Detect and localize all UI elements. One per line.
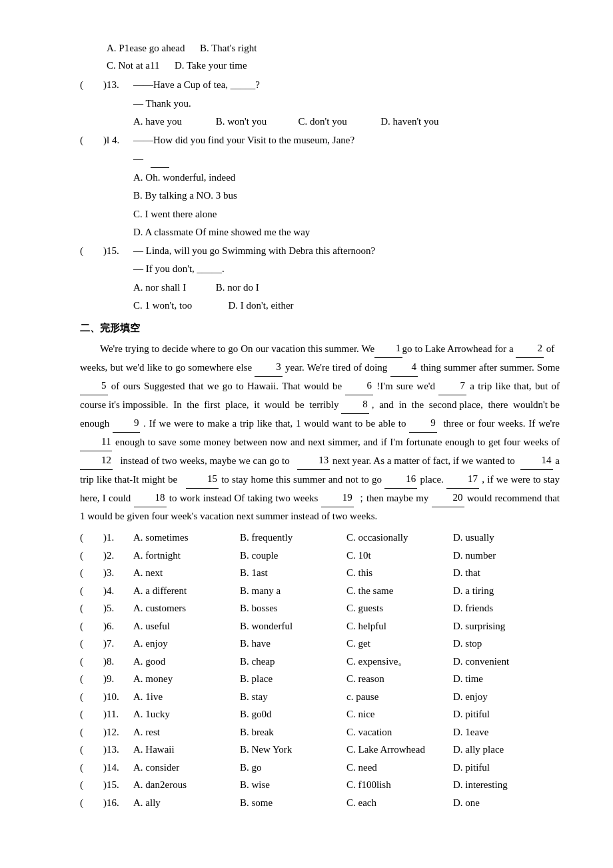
choice-5-opt-A: A. customers: [133, 600, 240, 617]
choice-7-opt-C: C. get: [346, 635, 453, 653]
choice-content-6: A. usefulB. wonderfulC. helpfulD. surpri…: [133, 618, 560, 635]
q14-dash: —: [133, 150, 560, 168]
choice-3-opt-D: D. that: [453, 565, 560, 582]
passage-text: We're trying to decide where to go On ou…: [80, 339, 560, 525]
choice-paren-12: ( )12.: [80, 724, 133, 741]
choice-1-opt-C: C. occasionally: [346, 529, 453, 547]
choice-7-opt-B: B. have: [240, 635, 346, 653]
choice-12-opt-D: D. 1eave: [453, 724, 560, 741]
choice-content-9: A. moneyB. placeC. reasonD. time: [133, 671, 560, 688]
choice-2-opt-B: B. couple: [240, 547, 346, 565]
choice-8-opt-B: B. cheap: [240, 653, 346, 671]
choice-6-opt-C: C. helpful: [346, 618, 453, 635]
q13-options: A. have you B. won't you C. don't you D.…: [133, 113, 560, 131]
choice-12-opt-B: B. break: [240, 724, 346, 741]
choice-14-opt-D: D. pitiful: [453, 759, 560, 777]
choice-4-opt-A: A. a different: [133, 583, 240, 600]
choice-15-opt-C: C. f100lish: [346, 777, 453, 794]
choices-container: ( )1.A. sometimesB. frequentlyC. occasio…: [80, 529, 560, 811]
choice-7-opt-D: D. stop: [453, 635, 560, 653]
choice-10-opt-D: D. enjoy: [453, 689, 560, 706]
choice-paren-14: ( )14.: [80, 759, 133, 777]
choice-9-opt-D: D. time: [453, 671, 560, 688]
choice-paren-1: ( )1.: [80, 529, 133, 547]
choice-8-opt-D: D. convenient: [453, 653, 560, 671]
choice-12-opt-C: C. vacation: [346, 724, 453, 741]
choice-10-opt-B: B. stay: [240, 689, 346, 706]
choice-7-opt-A: A. enjoy: [133, 635, 240, 653]
choice-11-opt-A: A. 1ucky: [133, 706, 240, 723]
choice-row-14: ( )14.A. considerB. goC. needD. pitiful: [80, 759, 560, 777]
choice-3-opt-A: A. next: [133, 565, 240, 582]
choice-3-opt-B: B. 1ast: [240, 565, 346, 582]
choice-row-13: ( )13.A. HawaiiB. New YorkC. Lake Arrowh…: [80, 741, 560, 759]
choice-paren-3: ( )3.: [80, 565, 133, 582]
question-15: ( )15. — Linda, will you go Swimming wit…: [80, 243, 560, 260]
choice-13-opt-B: B. New York: [240, 741, 346, 759]
choice-paren-4: ( )4.: [80, 583, 133, 600]
choice-16-opt-A: A. ally: [133, 795, 240, 812]
choice-11-opt-C: C. nice: [346, 706, 453, 723]
choice-row-5: ( )5.A. customersB. bossesC. guestsD. fr…: [80, 600, 560, 617]
choice-1-opt-D: D. usually: [453, 529, 560, 547]
choice-row-10: ( )10.A. 1iveB. stayc. pauseD. enjoy: [80, 689, 560, 706]
q15-answer: — If you don't, _____.: [133, 261, 560, 278]
question-14: ( )l 4. ——How did you find your Visit to…: [80, 132, 560, 149]
choice-6-opt-B: B. wonderful: [240, 618, 346, 635]
choice-row-4: ( )4.A. a differentB. many aC. the sameD…: [80, 583, 560, 600]
choice-10-opt-C: c. pause: [346, 689, 453, 706]
choice-paren-7: ( )7.: [80, 635, 133, 653]
choice-14-opt-B: B. go: [240, 759, 346, 777]
choice-content-10: A. 1iveB. stayc. pauseD. enjoy: [133, 689, 560, 706]
choice-12-opt-A: A. rest: [133, 724, 240, 741]
choice-9-opt-B: B. place: [240, 671, 346, 688]
choice-row-15: ( )15.A. dan2erousB. wiseC. f100lishD. i…: [80, 777, 560, 794]
q15-options-ab: A. nor shall I B. nor do I: [133, 279, 560, 297]
choice-5-opt-D: D. friends: [453, 600, 560, 617]
choice-paren-10: ( )10.: [80, 689, 133, 706]
choice-row-9: ( )9.A. moneyB. placeC. reasonD. time: [80, 671, 560, 688]
choice-content-13: A. HawaiiB. New YorkC. Lake ArrowheadD. …: [133, 741, 560, 759]
choice-13-opt-D: D. ally place: [453, 741, 560, 759]
choice-paren-16: ( )16.: [80, 795, 133, 812]
choice-11-opt-B: B. go0d: [240, 706, 346, 723]
choice-5-opt-B: B. bosses: [240, 600, 346, 617]
choice-content-11: A. 1uckyB. go0dC. niceD. pitiful: [133, 706, 560, 723]
choice-content-12: A. restB. breakC. vacationD. 1eave: [133, 724, 560, 741]
choice-content-16: A. allyB. someC. eachD. one: [133, 795, 560, 812]
pre-q13-options: A. P1ease go ahead B. That's right C. No…: [107, 40, 560, 74]
choice-paren-15: ( )15.: [80, 777, 133, 794]
choice-4-opt-D: D. a tiring: [453, 583, 560, 600]
choice-2-opt-C: C. 10t: [346, 547, 453, 565]
choice-paren-6: ( )6.: [80, 618, 133, 635]
q14-optD: D. A classmate Of mine showed me the way: [133, 224, 560, 241]
q14-text: ——How did you find your Visit to the mus…: [133, 132, 354, 149]
choice-13-opt-A: A. Hawaii: [133, 741, 240, 759]
choice-content-15: A. dan2erousB. wiseC. f100lishD. interes…: [133, 777, 560, 794]
choice-16-opt-D: D. one: [453, 795, 560, 812]
choice-content-7: A. enjoyB. haveC. getD. stop: [133, 635, 560, 653]
choice-4-opt-C: C. the same: [346, 583, 453, 600]
choice-15-opt-B: B. wise: [240, 777, 346, 794]
q14-optA: A. Oh. wonderful, indeed: [133, 169, 560, 187]
choice-8-opt-A: A. good: [133, 653, 240, 671]
choice-row-2: ( )2.A. fortnightB. coupleC. 10tD. numbe…: [80, 547, 560, 565]
choice-content-8: A. goodB. cheapC. expensive。D. convenien…: [133, 653, 560, 671]
q15-paren: ( )15.: [80, 243, 133, 260]
choice-14-opt-A: A. consider: [133, 759, 240, 777]
choice-content-5: A. customersB. bossesC. guestsD. friends: [133, 600, 560, 617]
q14-paren: ( )l 4.: [80, 132, 133, 149]
choice-2-opt-D: D. number: [453, 547, 560, 565]
option-CD-top: C. Not at a11 D. Take your time: [107, 57, 560, 75]
choice-2-opt-A: A. fortnight: [133, 547, 240, 565]
q13-answer: — Thank you.: [133, 95, 560, 113]
choice-row-8: ( )8.A. goodB. cheapC. expensive。D. conv…: [80, 653, 560, 671]
choice-1-opt-A: A. sometimes: [133, 529, 240, 547]
choice-16-opt-C: C. each: [346, 795, 453, 812]
choice-row-16: ( )16.A. allyB. someC. eachD. one: [80, 795, 560, 812]
question-13: ( )13. ——Have a Cup of tea, _____?: [80, 77, 560, 94]
choice-5-opt-C: C. guests: [346, 600, 453, 617]
choice-content-4: A. a differentB. many aC. the sameD. a t…: [133, 583, 560, 600]
choice-content-14: A. considerB. goC. needD. pitiful: [133, 759, 560, 777]
choice-1-opt-B: B. frequently: [240, 529, 346, 547]
